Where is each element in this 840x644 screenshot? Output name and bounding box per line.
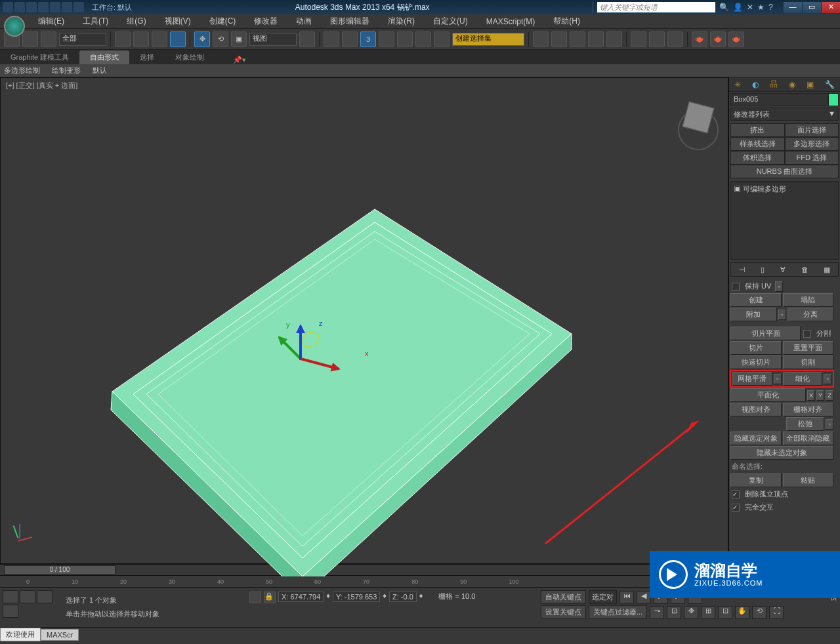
viewport[interactable]: [+] [正交] [真实 + 边面] y z x xyxy=(0,77,728,564)
quick-slice-button[interactable]: 快速切片 xyxy=(730,355,782,369)
set-key-button[interactable]: 设置关键点 xyxy=(541,605,586,619)
menu-custom[interactable]: 自定义(U) xyxy=(424,16,477,27)
key-filter-button[interactable]: 关键点过滤器... xyxy=(589,605,647,619)
qa-btn[interactable] xyxy=(50,2,60,12)
qa-btn[interactable] xyxy=(62,2,72,12)
rect-region-tool[interactable] xyxy=(152,31,167,47)
modifier-list-dropdown[interactable]: 修改器列表▼ xyxy=(730,108,839,121)
spinner-snap-toggle[interactable] xyxy=(415,31,431,47)
planarize-button[interactable]: 平面化 xyxy=(730,388,806,402)
modifier-stack[interactable]: ▣ 可编辑多边形 xyxy=(730,181,839,260)
minimize-button[interactable]: — xyxy=(784,2,802,13)
qa-btn[interactable] xyxy=(38,2,49,12)
favorite-icon[interactable]: ★ xyxy=(757,3,765,12)
tab-maxscript[interactable]: MAXScr xyxy=(41,629,79,641)
show-result-icon[interactable]: ▯ xyxy=(761,266,765,274)
goto-start-icon[interactable]: ⏮ xyxy=(620,591,634,604)
qa-btn[interactable] xyxy=(14,2,25,12)
tab-graphite[interactable]: Graphite 建模工具 xyxy=(0,50,79,64)
select-name-tool[interactable] xyxy=(133,31,149,47)
relax-opt[interactable]: ▫ xyxy=(826,419,833,430)
tab-paint[interactable]: 对象绘制 xyxy=(165,50,215,64)
cut-button[interactable]: 切割 xyxy=(783,355,834,369)
menu-animation[interactable]: 动画 xyxy=(287,16,321,27)
modify-tab-icon[interactable]: ◐ xyxy=(752,80,759,89)
reset-plane-button[interactable]: 重置平面 xyxy=(783,341,834,355)
tab-selection[interactable]: 选择 xyxy=(129,50,165,64)
stack-item[interactable]: ▣ 可编辑多边形 xyxy=(734,185,786,193)
menu-views[interactable]: 视图(V) xyxy=(156,16,200,27)
detach-button[interactable]: 分离 xyxy=(788,308,834,321)
ref-coord-dropdown[interactable]: 视图 xyxy=(249,33,297,46)
qa-btn[interactable] xyxy=(74,2,84,12)
btn-extrude[interactable]: 挤出 xyxy=(730,123,785,137)
hide-unselected-button[interactable]: 隐藏未选定对象 xyxy=(730,446,833,460)
auto-key-button[interactable]: 自动关键点 xyxy=(541,590,586,604)
unlink-tool[interactable] xyxy=(22,31,38,47)
slice-plane-button[interactable]: 切片平面 xyxy=(730,327,801,340)
ribbon-pin-icon[interactable]: 📌▾ xyxy=(233,56,246,64)
lock-selection-icon[interactable] xyxy=(37,590,52,603)
key-mode-icon[interactable]: ⊸ xyxy=(650,606,664,619)
percent-snap-toggle[interactable] xyxy=(397,31,413,47)
script-listener-icon[interactable] xyxy=(3,590,18,603)
tab-freeform[interactable]: 自由形式 xyxy=(79,50,129,64)
exchange-icon[interactable]: ✕ xyxy=(747,3,753,12)
maximize-button[interactable]: ▭ xyxy=(803,2,821,13)
object-color-swatch[interactable] xyxy=(828,93,839,106)
display-tab-icon[interactable]: ▣ xyxy=(807,80,814,89)
planarize-z[interactable]: Z xyxy=(826,390,833,401)
config-sets-icon[interactable]: ▦ xyxy=(824,266,830,274)
render-iterate-tool[interactable]: 🫖 xyxy=(710,31,726,47)
planarize-x[interactable]: X xyxy=(807,390,815,401)
menu-tools[interactable]: 工具(T) xyxy=(74,16,117,27)
tab-welcome[interactable]: 欢迎使用 xyxy=(0,628,41,641)
btn-poly-sel[interactable]: 多边形选择 xyxy=(785,137,839,151)
bind-tool[interactable] xyxy=(41,31,56,47)
x-coord[interactable]: X: 6747.794 xyxy=(278,592,324,602)
xref-icon[interactable] xyxy=(3,605,18,618)
slice-button[interactable]: 切片 xyxy=(730,341,782,355)
signin-icon[interactable]: 👤 xyxy=(733,3,743,12)
rotate-tool[interactable]: ⟲ xyxy=(213,31,228,47)
menu-edit[interactable]: 编辑(E) xyxy=(29,16,74,27)
tessellate-opt[interactable]: ▫ xyxy=(824,374,831,384)
subtab-default[interactable]: 默认 xyxy=(93,66,107,75)
object-name-input[interactable]: Box005 xyxy=(730,93,828,106)
window-crossing-toggle[interactable] xyxy=(170,31,186,47)
menu-create[interactable]: 创建(C) xyxy=(200,16,245,27)
angle-snap-toggle[interactable] xyxy=(379,31,394,47)
subtab-paintdeform[interactable]: 绘制变形 xyxy=(52,66,81,75)
tessellate-button[interactable]: 细化 xyxy=(783,372,823,386)
render-tool[interactable]: 🫖 xyxy=(692,31,707,47)
view-align-button[interactable]: 视图对齐 xyxy=(730,403,782,416)
curve-editor-tool[interactable] xyxy=(588,31,604,47)
app-menu-button[interactable] xyxy=(4,16,25,37)
snap-toggle[interactable]: 3 xyxy=(360,31,376,47)
close-button[interactable]: ✕ xyxy=(822,2,840,13)
select-tool[interactable] xyxy=(115,31,131,47)
paste-sel-button[interactable]: 粘贴 xyxy=(783,473,834,487)
z-coord[interactable]: Z: -0.0 xyxy=(389,592,417,602)
viewport-nav-icon[interactable]: ⊞ xyxy=(701,606,715,619)
selected-label[interactable]: 选定对 xyxy=(589,590,617,604)
edit-named-sel[interactable] xyxy=(434,31,450,47)
split-check[interactable] xyxy=(803,330,811,338)
render-setup-tool[interactable] xyxy=(649,31,665,47)
collapse-button[interactable]: 塌陷 xyxy=(783,293,834,307)
grid-align-button[interactable]: 栅格对齐 xyxy=(783,403,834,416)
layer-manager-tool[interactable] xyxy=(570,31,585,47)
subtab-polydraw[interactable]: 多边形绘制 xyxy=(4,66,40,75)
qa-btn[interactable] xyxy=(26,2,37,12)
motion-tab-icon[interactable]: ◉ xyxy=(789,80,795,89)
full-interactive-check[interactable] xyxy=(732,504,740,512)
menu-group[interactable]: 组(G) xyxy=(117,16,155,27)
viewport-nav-icon[interactable]: ⊡ xyxy=(718,606,732,619)
btn-spline-sel[interactable]: 样条线选择 xyxy=(730,137,785,151)
viewport-label[interactable]: [+] [正交] [真实 + 边面] xyxy=(6,81,77,91)
y-coord[interactable]: Y: -1579.653 xyxy=(333,592,380,602)
schematic-view-tool[interactable] xyxy=(606,31,622,47)
delete-iso-check[interactable] xyxy=(732,491,740,498)
btn-vol-sel[interactable]: 体积选择 xyxy=(730,151,785,165)
remove-mod-icon[interactable]: 🗑 xyxy=(801,266,808,273)
